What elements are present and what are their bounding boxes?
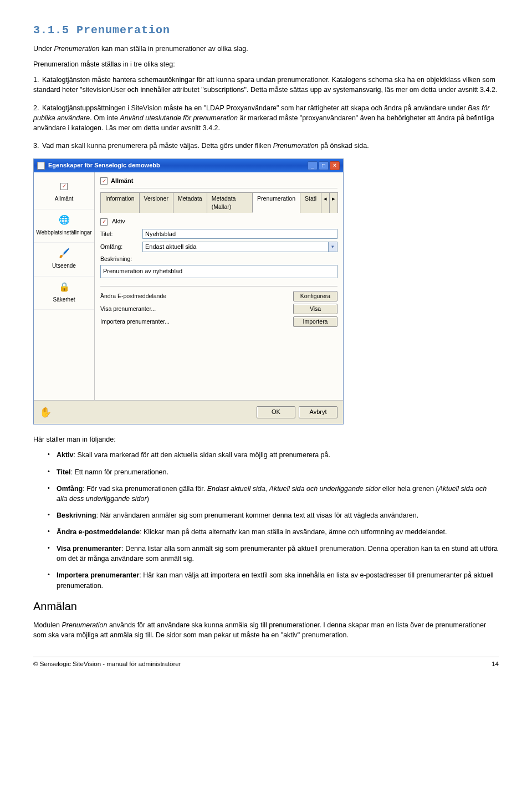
sidebar-item-label: Säkerhet xyxy=(35,296,93,304)
sidebar: ✓ Allmänt 🌐 Webbplatsinställningar 🖌️ Ut… xyxy=(34,172,95,400)
beskrivning-row: Beskrivning: Prenumeration av nyhetsblad xyxy=(100,255,337,278)
tab-scroll-right[interactable]: ▸ xyxy=(329,192,338,213)
visa-button[interactable]: Visa xyxy=(293,304,337,314)
action-label: Importera prenumeranter... xyxy=(100,318,170,326)
bullet-label: Importera prenumeranter xyxy=(57,571,139,579)
omfang-row: Omfång: Endast aktuell sida ▾ xyxy=(100,242,337,252)
bullet-visa: Visa prenumeranter: Denna listar alla so… xyxy=(48,544,499,564)
omfang-value: Endast aktuell sida xyxy=(145,243,196,252)
page-number: 14 xyxy=(492,659,499,669)
bullet-label: Omfång xyxy=(57,485,83,493)
main-panel: ✓ Allmänt Information Versioner Metadata… xyxy=(95,172,343,400)
bullet-text: : Skall vara markerad för att den aktuel… xyxy=(74,451,330,459)
aktiv-checkbox[interactable]: ✓ xyxy=(100,218,108,226)
footer-left: © Senselogic SiteVision - manual för adm… xyxy=(33,659,181,669)
tab-scroll-left[interactable]: ◂ xyxy=(321,192,330,213)
aktiv-row: ✓ Aktiv xyxy=(100,217,337,226)
ok-button[interactable]: OK xyxy=(257,406,295,418)
bullet-omfang: Omfång: För vad ska prenumerationen gäll… xyxy=(48,484,499,504)
bullet-label: Ändra e-postmeddelande xyxy=(57,528,140,536)
tab-statistik[interactable]: Stati xyxy=(300,192,321,213)
window-icon xyxy=(37,162,45,170)
sidebar-item-allmant[interactable]: ✓ Allmänt xyxy=(34,176,94,209)
avbryt-button[interactable]: Avbryt xyxy=(299,406,337,418)
omfang-label: Omfång: xyxy=(100,243,138,251)
divider xyxy=(100,286,337,287)
checkbox-icon: ✓ xyxy=(100,177,108,185)
titlebar: Egenskaper för Senselogic demowebb _ □ × xyxy=(34,159,343,172)
step-number: 2. xyxy=(33,103,42,113)
step-text: . Om inte xyxy=(90,114,120,122)
steps-list: 1.Katalogtjänsten måste hantera schemaut… xyxy=(33,75,499,151)
bullet-text: : Klickar man på detta alternativ kan ma… xyxy=(140,528,447,536)
importera-button[interactable]: Importera xyxy=(293,316,337,327)
anmalan-heading: Anmälan xyxy=(33,598,499,615)
step-number: 3. xyxy=(33,141,42,151)
tab-metadata-mallar[interactable]: Metadata (Mallar) xyxy=(207,192,253,213)
action-row-visa: Visa prenumeranter... Visa xyxy=(100,304,337,314)
bullet-text: ) xyxy=(147,495,149,503)
sidebar-item-utseende[interactable]: 🖌️ Utseende xyxy=(34,243,94,277)
omfang-dropdown[interactable]: Endast aktuell sida ▾ xyxy=(142,242,337,252)
bullet-label: Titel xyxy=(57,468,70,476)
sidebar-item-sakerhet[interactable]: 🔒 Säkerhet xyxy=(34,277,94,310)
em: Använd uteslutande för prenumeration xyxy=(120,114,238,122)
step-text: Vad man skall kunna prenumerera på måste… xyxy=(42,142,273,150)
tab-versioner[interactable]: Versioner xyxy=(139,192,173,213)
action-row-importera: Importera prenumeranter... Importera xyxy=(100,316,337,327)
em: Prenumeration xyxy=(273,142,319,150)
after-screenshot-text: Här ställer man in följande: xyxy=(33,434,499,444)
tab-information[interactable]: Information xyxy=(100,192,140,213)
bullet-text: : Denna listar alla som anmält sig som p… xyxy=(57,545,498,562)
anmalan-paragraph: Modulen Prenumeration används för att an… xyxy=(33,620,499,640)
dialog-screenshot: Egenskaper för Senselogic demowebb _ □ ×… xyxy=(33,158,344,424)
tab-metadata[interactable]: Metadata xyxy=(173,192,207,213)
beskrivning-label: Beskrivning: xyxy=(100,255,132,263)
bullet-label: Visa prenumeranter xyxy=(57,545,121,553)
tab-prenumeration[interactable]: Prenumeration xyxy=(252,192,300,213)
globe-icon: 🌐 xyxy=(57,213,71,227)
konfigurera-button[interactable]: Konfigurera xyxy=(293,291,337,301)
text: Under xyxy=(33,45,54,53)
step-text: på önskad sida. xyxy=(319,142,369,150)
close-button[interactable]: × xyxy=(330,161,340,170)
step-text: Katalogtjänsten måste hantera schemautök… xyxy=(33,76,497,94)
brush-icon: 🖌️ xyxy=(57,246,71,260)
bullet-label: Beskrivning xyxy=(57,511,96,519)
window-title: Egenskaper för Senselogic demowebb xyxy=(48,161,160,170)
bullet-label: Aktiv xyxy=(57,451,74,459)
bullet-text: : När användaren anmäler sig som prenume… xyxy=(96,511,419,519)
em: Aktuell sida och underliggande sidor xyxy=(269,485,381,493)
settings-bullets: Aktiv: Skall vara markerad för att den a… xyxy=(48,450,499,590)
step-2: 2.Katalogtjänstuppsättningen i SiteVisio… xyxy=(33,103,499,133)
sidebar-item-webbplats[interactable]: 🌐 Webbplatsinställningar xyxy=(34,209,94,243)
bullet-titel: Titel: Ett namn för prenumerationen. xyxy=(48,467,499,477)
lock-icon: 🔒 xyxy=(57,280,71,294)
text: Modulen xyxy=(33,621,62,629)
bullet-text: : För vad ska prenumerationen gälla för. xyxy=(83,485,207,493)
bullet-text: eller hela grenen ( xyxy=(380,485,438,493)
window-buttons: _ □ × xyxy=(308,161,340,170)
bullet-aktiv: Aktiv: Skall vara markerad för att den a… xyxy=(48,450,499,460)
bullet-beskrivning: Beskrivning: När användaren anmäler sig … xyxy=(48,510,499,520)
action-row-konfigurera: Ändra E-postmeddelande Konfigurera xyxy=(100,291,337,301)
step-text: Katalogtjänstuppsättningen i SiteVision … xyxy=(42,104,468,112)
maximize-button[interactable]: □ xyxy=(319,161,329,170)
checkbox-icon: ✓ xyxy=(57,179,71,193)
bullet-importera: Importera prenumeranter: Här kan man väl… xyxy=(48,570,499,590)
em-prenumeration: Prenumeration xyxy=(54,45,100,53)
intro-paragraph-1: Under Prenumeration kan man ställa in pr… xyxy=(33,44,499,54)
step-number: 1. xyxy=(33,75,42,85)
hand-icon: ✋ xyxy=(39,405,52,420)
step-1: 1.Katalogtjänsten måste hantera schemaut… xyxy=(33,75,499,95)
panel-title-row: ✓ Allmänt xyxy=(100,177,337,188)
beskrivning-textarea[interactable]: Prenumeration av nyhetsblad xyxy=(100,265,337,278)
titel-input[interactable] xyxy=(142,229,337,239)
dialog-footer: ✋ OK Avbryt xyxy=(34,400,343,424)
bullet-andra: Ändra e-postmeddelande: Klickar man på d… xyxy=(48,527,499,537)
sidebar-item-label: Utseende xyxy=(35,262,93,270)
minimize-button[interactable]: _ xyxy=(308,161,318,170)
action-label: Ändra E-postmeddelande xyxy=(100,292,166,300)
titel-row: Titel: xyxy=(100,229,337,239)
sidebar-item-label: Allmänt xyxy=(35,195,93,203)
